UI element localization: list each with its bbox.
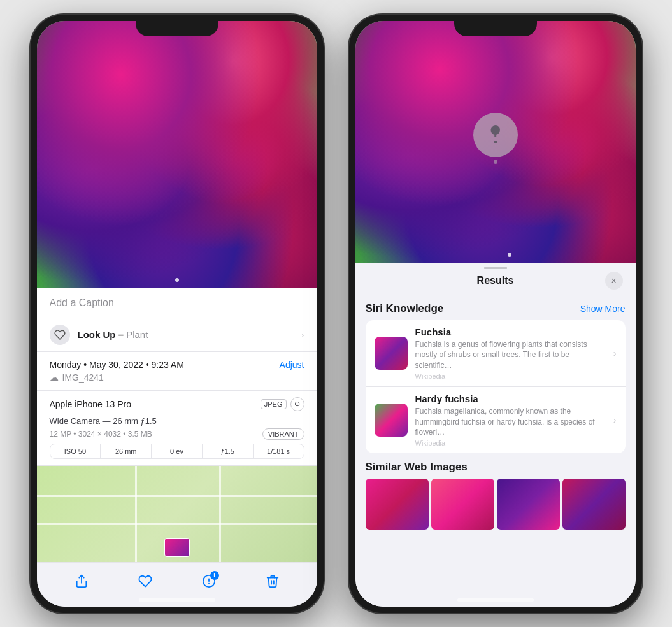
knowledge-card: Fuchsia Fuchsia is a genus of flowering … [366, 320, 626, 454]
knowledge-item-hardy[interactable]: Hardy fuchsia Fuchsia magellanica, commo… [366, 387, 626, 453]
similar-img-3[interactable] [497, 479, 560, 530]
camera-detail: Wide Camera — 26 mm ƒ1.5 [50, 416, 304, 426]
info-section: Monday • May 30, 2022 • 9:23 AM Adjust ☁… [37, 352, 317, 391]
fuchsia-source: Wikipedia [415, 372, 606, 380]
adjust-button[interactable]: Adjust [280, 360, 304, 370]
fuchsia-chevron: › [613, 348, 617, 358]
info-badge: i [210, 571, 219, 580]
exif-iso: ISO 50 [50, 444, 101, 458]
lookup-row[interactable]: Look Up – Plant › [37, 318, 317, 352]
map-thumbnail [164, 538, 190, 557]
caption-area[interactable]: Add a Caption [37, 288, 317, 318]
hardy-chevron: › [613, 415, 617, 425]
like-button[interactable] [132, 568, 158, 594]
siri-bubble[interactable] [473, 113, 518, 157]
fuchsia-thumb-img [375, 337, 408, 370]
filename-text: IMG_4241 [62, 372, 104, 383]
right-phone: Results × Siri Knowledge Show More [349, 15, 642, 613]
exif-row: ISO 50 26 mm 0 ev ƒ1.5 1/181 s [50, 444, 304, 459]
fuchsia-text: Fuchsia Fuchsia is a genus of flowering … [415, 327, 606, 380]
map-road-v1 [135, 466, 137, 562]
results-content: Siri Knowledge Show More Fuchsia Fuchsia… [355, 296, 636, 607]
camera-section: Apple iPhone 13 Pro JPEG ⊙ Wide Camera —… [37, 391, 317, 466]
location-icon: ⊙ [290, 397, 304, 411]
knowledge-item-fuchsia[interactable]: Fuchsia Fuchsia is a genus of flowering … [366, 320, 626, 387]
home-indicator-left [139, 598, 215, 602]
photo-area-right[interactable] [355, 21, 636, 263]
lookup-text: Look Up – Plant [78, 329, 148, 340]
vibrant-badge: VIBRANT [262, 428, 304, 440]
fuchsia-photo-left [37, 21, 317, 288]
hardy-text: Hardy fuchsia Fuchsia magellanica, commo… [415, 393, 606, 447]
siri-knowledge-title: Siri Knowledge [366, 302, 444, 315]
page-indicator-right [508, 253, 511, 257]
similar-section: Similar Web Images [366, 461, 626, 530]
similar-img-2[interactable] [431, 479, 494, 530]
close-button[interactable]: × [605, 272, 623, 290]
results-panel: Results × Siri Knowledge Show More [355, 263, 636, 607]
hardy-thumb-img [375, 404, 408, 437]
exif-ev: 0 ev [152, 444, 203, 458]
exif-focal: 26 mm [101, 444, 152, 458]
delete-button[interactable] [260, 568, 285, 594]
exif-aperture: ƒ1.5 [203, 444, 254, 458]
fuchsia-name: Fuchsia [415, 327, 606, 337]
camera-specs: 12 MP • 3024 × 4032 • 3.5 MB [50, 430, 152, 439]
hardy-source: Wikipedia [415, 439, 606, 447]
results-header: Results × [355, 263, 636, 296]
similar-images-row [366, 479, 626, 530]
drag-handle [484, 267, 507, 269]
page-indicator-left [175, 278, 179, 282]
results-title: Results [386, 275, 605, 286]
home-indicator-right [457, 598, 534, 602]
similar-img-4[interactable] [562, 479, 626, 530]
date-text: Monday • May 30, 2022 • 9:23 AM [50, 360, 184, 370]
photo-area-left[interactable] [37, 21, 317, 288]
exif-shutter: 1/181 s [254, 444, 304, 458]
map-road-h1 [37, 495, 317, 497]
lookup-chevron: › [301, 330, 304, 340]
right-screen: Results × Siri Knowledge Show More [355, 21, 636, 607]
left-screen: Add a Caption Look Up – Plant › Monday •… [37, 21, 317, 607]
left-phone: Add a Caption Look Up – Plant › Monday •… [31, 15, 324, 613]
cloud-icon: ☁ [50, 372, 59, 383]
fuchsia-desc: Fuchsia is a genus of flowering plants t… [415, 339, 606, 371]
similar-img-1[interactable] [366, 479, 429, 530]
similar-title: Similar Web Images [366, 461, 626, 474]
camera-model: Apple iPhone 13 Pro [50, 399, 131, 409]
phones-container: Add a Caption Look Up – Plant › Monday •… [31, 15, 642, 613]
show-more-button[interactable]: Show More [580, 304, 626, 314]
lookup-icon [50, 325, 70, 345]
camera-badges: JPEG ⊙ [261, 397, 304, 411]
map-section[interactable] [37, 466, 317, 562]
hardy-thumb [375, 404, 408, 437]
map-road-v2 [219, 466, 221, 562]
share-button[interactable] [69, 568, 94, 594]
hardy-desc: Fuchsia magellanica, commonly known as t… [415, 406, 606, 438]
hardy-name: Hardy fuchsia [415, 393, 606, 404]
siri-knowledge-header: Siri Knowledge Show More [366, 302, 626, 315]
format-badge: JPEG [261, 399, 287, 409]
fuchsia-thumb [375, 337, 408, 370]
info-button[interactable]: i [196, 568, 222, 594]
map-road-h2 [37, 523, 317, 525]
caption-placeholder[interactable]: Add a Caption [50, 297, 114, 308]
